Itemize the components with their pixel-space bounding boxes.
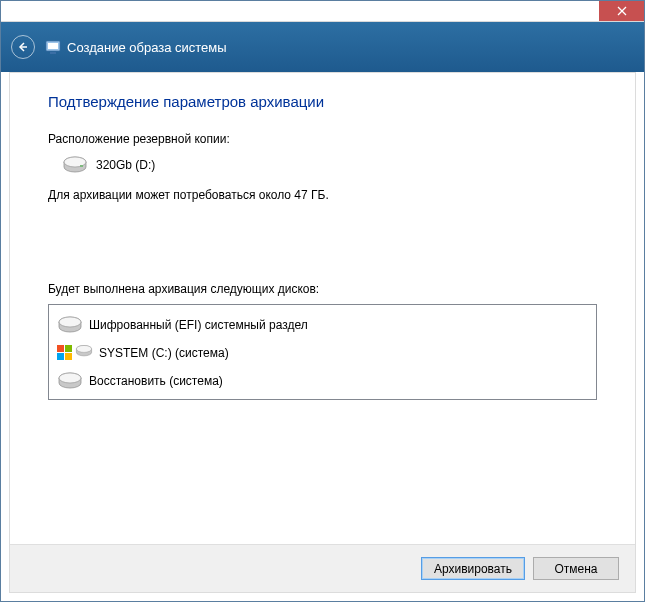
space-required-text: Для архивации может потребоваться около … [48,188,597,202]
list-item: Восстановить (система) [57,367,588,395]
button-bar: Архивировать Отмена [10,544,635,592]
svg-rect-4 [48,43,58,49]
windows-logo-icon [57,345,73,361]
disk-label: Шифрованный (EFI) системный раздел [89,318,308,332]
titlebar [1,1,644,22]
svg-point-12 [76,345,91,352]
back-arrow-icon [17,41,29,53]
content-panel: Подтверждение параметров архивации Распо… [9,72,636,593]
disk-label: Восстановить (система) [89,374,223,388]
page-title: Подтверждение параметров архивации [48,93,597,110]
archive-button[interactable]: Архивировать [421,557,525,580]
back-button[interactable] [11,35,35,59]
backup-location-label: Расположение резервной копии: [48,132,597,146]
svg-point-14 [59,373,81,383]
svg-point-10 [59,317,81,327]
cancel-button[interactable]: Отмена [533,557,619,580]
svg-rect-5 [50,52,56,54]
wizard-title: Создание образа системы [67,40,227,55]
close-icon [617,6,627,16]
destination-text: 320Gb (D:) [96,158,155,172]
hard-drive-icon [57,316,83,334]
hard-drive-icon [75,344,93,362]
disks-list: Шифрованный (EFI) системный раздел [48,304,597,400]
app-icon [45,39,61,55]
hard-drive-icon [57,372,83,390]
backup-destination: 320Gb (D:) [62,156,597,174]
list-item: Шифрованный (EFI) системный раздел [57,311,588,339]
list-item: SYSTEM (C:) (система) [57,339,588,367]
wizard-window: Создание образа системы Подтверждение па… [0,0,645,602]
disks-list-label: Будет выполнена архивация следующих диск… [48,282,597,296]
wizard-header: Создание образа системы [1,22,644,72]
close-button[interactable] [599,1,644,21]
hard-drive-icon [62,156,88,174]
disk-label: SYSTEM (C:) (система) [99,346,229,360]
svg-rect-8 [80,165,83,167]
